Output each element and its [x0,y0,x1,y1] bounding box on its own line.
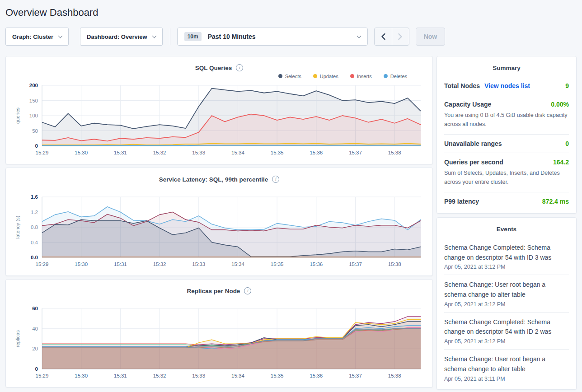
info-icon[interactable]: i [244,287,251,294]
events-list: Schema Change Completed: Schema change o… [444,238,569,387]
legend-label: Updates [320,74,338,79]
legend-item-updates[interactable]: Updates [313,74,338,79]
total-nodes-value: 9 [565,82,569,89]
event-text: Schema Change Completed: Schema change o… [444,243,569,262]
info-icon[interactable]: i [272,176,279,183]
summary-row-p99: P99 latency 872.4 ms [444,192,569,210]
page: Overview Dashboard Graph: Cluster Dashbo… [0,0,582,390]
chart-title: Service Latency: SQL, 99th percentile [159,176,268,183]
dashboard-selector-label: Dashboard: Overview [87,33,147,40]
graph-selector[interactable]: Graph: Cluster [5,28,69,46]
chevron-down-icon [58,33,63,38]
replicas-per-node-chart[interactable]: 15:2915:3015:3115:3215:3315:3415:3515:36… [13,303,425,381]
svg-text:15:31: 15:31 [114,261,127,267]
svg-text:15:36: 15:36 [310,261,323,267]
event-timestamp: Apr 05, 2021 at 3:11 PM [444,376,569,382]
time-range-selector[interactable]: 10m Past 10 Minutes [177,28,368,46]
legend-item-inserts[interactable]: Inserts [350,74,372,79]
time-range-badge: 10m [184,32,202,41]
legend-dot [350,74,354,78]
chart-title: SQL Queries [195,65,232,71]
svg-text:15:38: 15:38 [388,373,401,378]
graph-selector-label: Graph: Cluster [12,33,53,40]
event-timestamp: Apr 05, 2021 at 3:12 PM [444,264,569,270]
chart-header: Service Latency: SQL, 99th percentile i [13,175,425,184]
svg-text:15:31: 15:31 [114,373,127,378]
legend-dot [313,74,317,78]
chart-header: SQL Queries i [13,63,425,72]
svg-text:15:36: 15:36 [310,373,323,378]
events-title: Events [444,225,569,238]
event-text: Schema Change Completed: Schema change o… [444,317,569,337]
p99-latency-label: P99 latency [444,198,479,205]
chart-card-sql-queries: SQL Queries i SelectsUpdatesInsertsDelet… [5,56,433,164]
svg-text:0.4: 0.4 [31,240,38,245]
chevron-down-icon [357,33,361,38]
svg-text:15:35: 15:35 [271,150,284,155]
toolbar-divider [170,28,170,45]
svg-text:150: 150 [29,98,38,103]
summary-row-total-nodes: Total Nodes View nodes list 9 [444,77,569,95]
view-nodes-list-link[interactable]: View nodes list [484,82,530,89]
qps-label: Queries per second [444,159,503,166]
svg-text:60: 60 [32,306,38,311]
event-item[interactable]: Schema Change: User root began a schema … [444,349,569,386]
event-timestamp: Apr 05, 2021 at 3:12 PM [444,301,569,308]
summary-row-qps: Queries per second 164.2 Sum of Selects,… [444,153,569,192]
capacity-usage-label: Capacity Usage [444,101,491,108]
sql-queries-chart[interactable]: 15:2915:3015:3115:3215:3315:3415:3515:36… [13,80,425,158]
legend-label: Selects [285,74,301,79]
time-next-button[interactable] [392,28,409,45]
summary-row-capacity: Capacity Usage 0.00% You are using 0 B o… [444,95,569,134]
summary-card: Summary Total Nodes View nodes list 9 Ca… [436,56,577,214]
chart-title: Replicas per Node [187,288,240,294]
sidebar: Summary Total Nodes View nodes list 9 Ca… [436,56,577,390]
svg-text:15:34: 15:34 [231,373,244,378]
svg-text:replicas: replicas [15,330,20,347]
chevron-right-icon [398,33,403,40]
chart-header: Replicas per Node i [13,286,425,295]
chart-card-replicas-per-node: Replicas per Node i 15:2915:3015:3115:32… [5,279,433,387]
svg-text:15:30: 15:30 [75,373,88,378]
svg-text:15:30: 15:30 [75,150,88,155]
service-latency-chart[interactable]: 15:2915:3015:3115:3215:3315:3415:3515:36… [13,191,425,269]
svg-text:200: 200 [29,83,38,88]
legend-dot [384,74,388,78]
svg-text:15:38: 15:38 [388,261,401,267]
svg-text:15:32: 15:32 [153,150,166,155]
time-prev-button[interactable] [375,28,392,45]
now-button[interactable]: Now [416,28,446,46]
svg-text:15:29: 15:29 [36,373,49,378]
svg-text:20: 20 [32,346,38,351]
page-title: Overview Dashboard [5,0,577,28]
svg-text:latency (s): latency (s) [15,216,20,239]
svg-text:15:37: 15:37 [349,373,362,378]
svg-text:15:35: 15:35 [271,261,284,267]
info-icon[interactable]: i [236,64,243,71]
svg-text:15:33: 15:33 [192,373,205,378]
summary-title: Summary [444,64,569,77]
svg-text:15:30: 15:30 [75,261,88,267]
svg-text:100: 100 [29,113,38,118]
svg-text:0.0: 0.0 [31,255,38,260]
svg-text:15:32: 15:32 [153,373,166,378]
svg-text:15:32: 15:32 [153,261,166,267]
time-range-label: Past 10 Minutes [208,33,351,40]
legend-item-deletes[interactable]: Deletes [384,74,407,79]
event-item[interactable]: Schema Change Completed: Schema change o… [444,238,569,275]
event-text: Schema Change: User root began a schema … [444,280,569,299]
svg-text:15:29: 15:29 [36,261,49,267]
svg-text:queries: queries [15,107,20,124]
dashboard-selector[interactable]: Dashboard: Overview [80,28,163,46]
total-nodes-label: Total Nodes [444,82,480,89]
svg-text:1.6: 1.6 [31,194,38,200]
svg-text:15:36: 15:36 [310,150,323,155]
qps-description: Sum of Selects, Updates, Inserts, and De… [444,168,569,187]
svg-text:15:33: 15:33 [192,150,205,155]
charts-column: SQL Queries i SelectsUpdatesInsertsDelet… [5,56,433,387]
event-item[interactable]: Schema Change: User root began a schema … [444,275,569,312]
legend-item-selects[interactable]: Selects [278,74,301,79]
event-item[interactable]: Schema Change Completed: Schema change o… [444,312,569,349]
chart-legend [13,295,425,303]
capacity-usage-value: 0.00% [551,101,569,108]
